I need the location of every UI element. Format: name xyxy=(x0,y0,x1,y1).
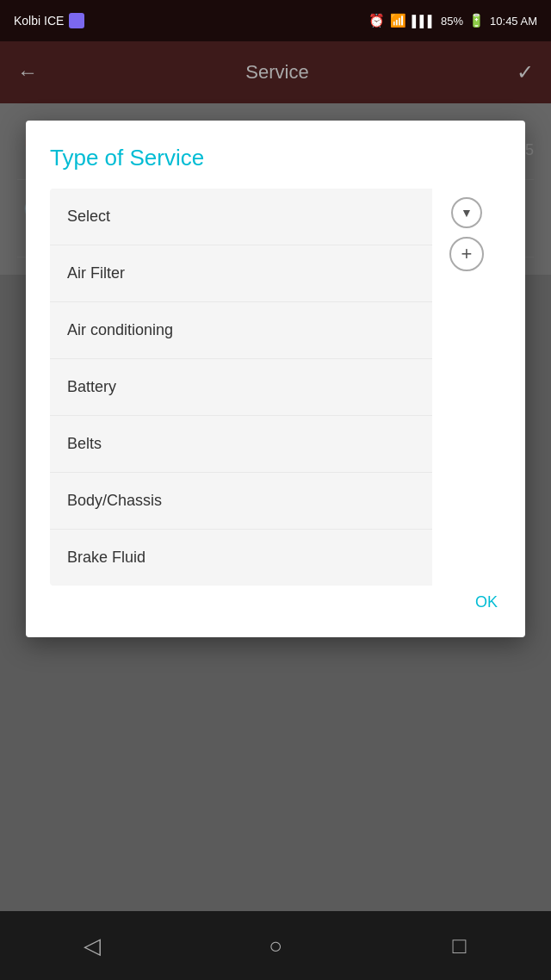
list-item-air-filter[interactable]: Air Filter xyxy=(50,245,432,302)
type-of-service-dialog: Type of Service Select Air Filter Air co… xyxy=(26,121,525,637)
ok-button[interactable]: OK xyxy=(472,585,501,620)
confirm-button[interactable]: ✓ xyxy=(517,60,534,84)
carrier-icon xyxy=(69,13,84,28)
bottom-nav: ◁ ○ □ xyxy=(0,911,551,980)
battery-label: 85% xyxy=(441,15,463,28)
list-item-battery[interactable]: Battery xyxy=(50,359,432,416)
list-item-brake-fluid[interactable]: Brake Fluid xyxy=(50,530,432,586)
service-type-list[interactable]: Select Air Filter Air conditioning Batte… xyxy=(50,189,432,586)
nav-home-button[interactable]: ○ xyxy=(250,920,301,971)
battery-icon: 🔋 xyxy=(468,13,485,28)
app-toolbar: ← Service ✓ xyxy=(0,41,551,103)
right-panel: ▼ + xyxy=(432,189,501,586)
list-item-body-chassis[interactable]: Body/Chassis xyxy=(50,473,432,530)
dropdown-arrow-icon[interactable]: ▼ xyxy=(451,197,482,228)
add-button[interactable]: + xyxy=(449,237,484,271)
status-left: Kolbi ICE xyxy=(14,13,84,28)
wifi-icon: 📶 xyxy=(390,13,406,28)
page-title: Service xyxy=(245,61,308,84)
nav-back-button[interactable]: ◁ xyxy=(66,920,118,971)
list-item-select[interactable]: Select xyxy=(50,189,432,245)
status-right: ⏰ 📶 ▌▌▌ 85% 🔋 10:45 AM xyxy=(368,13,537,28)
list-item-belts[interactable]: Belts xyxy=(50,416,432,473)
list-item-air-conditioning[interactable]: Air conditioning xyxy=(50,302,432,359)
overlay: Type of Service Select Air Filter Air co… xyxy=(0,103,551,911)
carrier-label: Kolbi ICE xyxy=(14,14,64,28)
signal-icon: ▌▌▌ xyxy=(412,15,436,28)
status-bar: Kolbi ICE ⏰ 📶 ▌▌▌ 85% 🔋 10:45 AM xyxy=(0,0,551,41)
dialog-title: Type of Service xyxy=(50,145,501,171)
alarm-icon: ⏰ xyxy=(368,13,385,28)
nav-recent-button[interactable]: □ xyxy=(433,920,485,971)
back-button[interactable]: ← xyxy=(17,60,38,84)
list-container: Select Air Filter Air conditioning Batte… xyxy=(50,189,501,586)
time-label: 10:45 AM xyxy=(490,15,537,28)
